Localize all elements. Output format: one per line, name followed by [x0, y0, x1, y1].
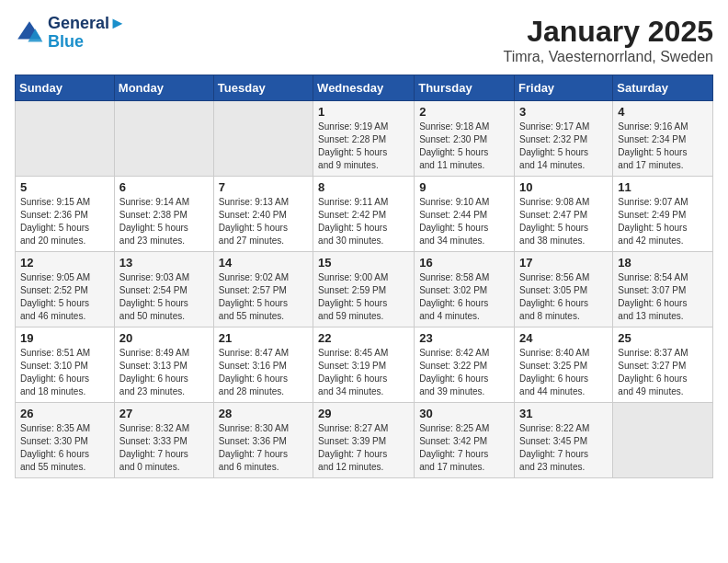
weekday-header: Tuesday: [213, 75, 313, 101]
day-number: 2: [419, 105, 509, 119]
day-number: 9: [419, 180, 509, 194]
calendar-cell: 8Sunrise: 9:11 AM Sunset: 2:42 PM Daylig…: [313, 177, 415, 252]
title-block: January 2025 Timra, Vaesternorrland, Swe…: [503, 15, 713, 65]
logo: General► Blue: [15, 15, 126, 52]
weekday-header: Sunday: [16, 75, 115, 101]
day-info: Sunrise: 8:40 AM Sunset: 3:25 PM Dayligh…: [519, 347, 608, 398]
day-number: 23: [419, 331, 509, 345]
day-info: Sunrise: 8:49 AM Sunset: 3:13 PM Dayligh…: [119, 347, 209, 398]
calendar-cell: 5Sunrise: 9:15 AM Sunset: 2:36 PM Daylig…: [16, 177, 115, 252]
day-number: 31: [519, 407, 608, 420]
day-number: 24: [519, 331, 608, 345]
day-info: Sunrise: 8:35 AM Sunset: 3:30 PM Dayligh…: [20, 422, 109, 474]
day-info: Sunrise: 8:51 AM Sunset: 3:10 PM Dayligh…: [20, 347, 109, 398]
day-info: Sunrise: 9:10 AM Sunset: 2:44 PM Dayligh…: [419, 196, 509, 247]
weekday-header: Monday: [114, 75, 213, 101]
day-number: 28: [219, 407, 308, 420]
day-number: 15: [318, 256, 409, 270]
day-info: Sunrise: 8:47 AM Sunset: 3:16 PM Dayligh…: [219, 347, 308, 398]
day-info: Sunrise: 9:02 AM Sunset: 2:57 PM Dayligh…: [219, 271, 308, 323]
day-info: Sunrise: 9:00 AM Sunset: 2:59 PM Dayligh…: [318, 271, 409, 323]
day-info: Sunrise: 8:37 AM Sunset: 3:27 PM Dayligh…: [618, 347, 708, 398]
day-info: Sunrise: 9:13 AM Sunset: 2:40 PM Dayligh…: [219, 196, 308, 247]
calendar-cell: [16, 101, 115, 177]
calendar-cell: 6Sunrise: 9:14 AM Sunset: 2:38 PM Daylig…: [114, 177, 213, 252]
day-info: Sunrise: 8:22 AM Sunset: 3:45 PM Dayligh…: [519, 422, 608, 474]
day-number: 1: [318, 105, 409, 119]
day-info: Sunrise: 8:56 AM Sunset: 3:05 PM Dayligh…: [519, 271, 608, 323]
page-subtitle: Timra, Vaesternorrland, Sweden: [503, 49, 713, 65]
day-number: 11: [618, 180, 708, 194]
calendar-week-row: 19Sunrise: 8:51 AM Sunset: 3:10 PM Dayli…: [16, 327, 713, 403]
day-info: Sunrise: 8:30 AM Sunset: 3:36 PM Dayligh…: [219, 422, 308, 474]
calendar-cell: 3Sunrise: 9:17 AM Sunset: 2:32 PM Daylig…: [515, 101, 613, 177]
day-info: Sunrise: 9:18 AM Sunset: 2:30 PM Dayligh…: [419, 121, 509, 172]
day-number: 17: [519, 256, 608, 270]
day-info: Sunrise: 8:54 AM Sunset: 3:07 PM Dayligh…: [618, 271, 708, 323]
calendar-cell: 18Sunrise: 8:54 AM Sunset: 3:07 PM Dayli…: [613, 252, 713, 327]
calendar-week-row: 5Sunrise: 9:15 AM Sunset: 2:36 PM Daylig…: [16, 177, 713, 252]
day-number: 10: [519, 180, 608, 194]
logo-text: General► Blue: [48, 15, 126, 52]
weekday-header: Thursday: [415, 75, 515, 101]
weekday-header: Friday: [515, 75, 613, 101]
calendar-cell: 19Sunrise: 8:51 AM Sunset: 3:10 PM Dayli…: [16, 327, 115, 403]
calendar-cell: 23Sunrise: 8:42 AM Sunset: 3:22 PM Dayli…: [415, 327, 515, 403]
day-number: 5: [20, 180, 109, 194]
calendar-cell: [114, 101, 213, 177]
calendar-week-row: 12Sunrise: 9:05 AM Sunset: 2:52 PM Dayli…: [16, 252, 713, 327]
calendar-cell: 12Sunrise: 9:05 AM Sunset: 2:52 PM Dayli…: [16, 252, 115, 327]
calendar-cell: 29Sunrise: 8:27 AM Sunset: 3:39 PM Dayli…: [313, 403, 415, 478]
calendar-header-row: SundayMondayTuesdayWednesdayThursdayFrid…: [16, 75, 713, 101]
day-info: Sunrise: 9:08 AM Sunset: 2:47 PM Dayligh…: [519, 196, 608, 247]
calendar-cell: 20Sunrise: 8:49 AM Sunset: 3:13 PM Dayli…: [114, 327, 213, 403]
calendar-body: 1Sunrise: 9:19 AM Sunset: 2:28 PM Daylig…: [16, 101, 713, 478]
calendar-cell: 15Sunrise: 9:00 AM Sunset: 2:59 PM Dayli…: [313, 252, 415, 327]
day-number: 13: [119, 256, 209, 270]
weekday-header: Wednesday: [313, 75, 415, 101]
calendar-week-row: 26Sunrise: 8:35 AM Sunset: 3:30 PM Dayli…: [16, 403, 713, 478]
logo-icon: [15, 18, 44, 48]
day-number: 14: [219, 256, 308, 270]
day-number: 18: [618, 256, 708, 270]
calendar-cell: 27Sunrise: 8:32 AM Sunset: 3:33 PM Dayli…: [114, 403, 213, 478]
day-number: 7: [219, 180, 308, 194]
day-number: 26: [20, 407, 109, 420]
day-info: Sunrise: 8:58 AM Sunset: 3:02 PM Dayligh…: [419, 271, 509, 323]
calendar-cell: 26Sunrise: 8:35 AM Sunset: 3:30 PM Dayli…: [16, 403, 115, 478]
day-info: Sunrise: 8:45 AM Sunset: 3:19 PM Dayligh…: [318, 347, 409, 398]
calendar-cell: [613, 403, 713, 478]
calendar-cell: 28Sunrise: 8:30 AM Sunset: 3:36 PM Dayli…: [213, 403, 313, 478]
day-number: 6: [119, 180, 209, 194]
day-number: 12: [20, 256, 109, 270]
day-info: Sunrise: 9:14 AM Sunset: 2:38 PM Dayligh…: [119, 196, 209, 247]
day-number: 8: [318, 180, 409, 194]
calendar-cell: 11Sunrise: 9:07 AM Sunset: 2:49 PM Dayli…: [613, 177, 713, 252]
calendar-cell: 7Sunrise: 9:13 AM Sunset: 2:40 PM Daylig…: [213, 177, 313, 252]
calendar-cell: [213, 101, 313, 177]
calendar-week-row: 1Sunrise: 9:19 AM Sunset: 2:28 PM Daylig…: [16, 101, 713, 177]
day-info: Sunrise: 8:42 AM Sunset: 3:22 PM Dayligh…: [419, 347, 509, 398]
day-number: 4: [618, 105, 708, 119]
calendar-cell: 22Sunrise: 8:45 AM Sunset: 3:19 PM Dayli…: [313, 327, 415, 403]
day-number: 29: [318, 407, 409, 420]
calendar-cell: 1Sunrise: 9:19 AM Sunset: 2:28 PM Daylig…: [313, 101, 415, 177]
calendar-cell: 13Sunrise: 9:03 AM Sunset: 2:54 PM Dayli…: [114, 252, 213, 327]
day-info: Sunrise: 9:17 AM Sunset: 2:32 PM Dayligh…: [519, 121, 608, 172]
calendar-cell: 17Sunrise: 8:56 AM Sunset: 3:05 PM Dayli…: [515, 252, 613, 327]
calendar-table: SundayMondayTuesdayWednesdayThursdayFrid…: [15, 75, 713, 478]
page-title: January 2025: [503, 15, 713, 49]
day-info: Sunrise: 9:15 AM Sunset: 2:36 PM Dayligh…: [20, 196, 109, 247]
day-number: 25: [618, 331, 708, 345]
calendar-cell: 21Sunrise: 8:47 AM Sunset: 3:16 PM Dayli…: [213, 327, 313, 403]
calendar-cell: 14Sunrise: 9:02 AM Sunset: 2:57 PM Dayli…: [213, 252, 313, 327]
day-info: Sunrise: 8:27 AM Sunset: 3:39 PM Dayligh…: [318, 422, 409, 474]
day-info: Sunrise: 8:32 AM Sunset: 3:33 PM Dayligh…: [119, 422, 209, 474]
day-number: 21: [219, 331, 308, 345]
day-info: Sunrise: 9:05 AM Sunset: 2:52 PM Dayligh…: [20, 271, 109, 323]
calendar-cell: 4Sunrise: 9:16 AM Sunset: 2:34 PM Daylig…: [613, 101, 713, 177]
day-number: 30: [419, 407, 509, 420]
calendar-cell: 24Sunrise: 8:40 AM Sunset: 3:25 PM Dayli…: [515, 327, 613, 403]
calendar-cell: 10Sunrise: 9:08 AM Sunset: 2:47 PM Dayli…: [515, 177, 613, 252]
day-info: Sunrise: 9:19 AM Sunset: 2:28 PM Dayligh…: [318, 121, 409, 172]
